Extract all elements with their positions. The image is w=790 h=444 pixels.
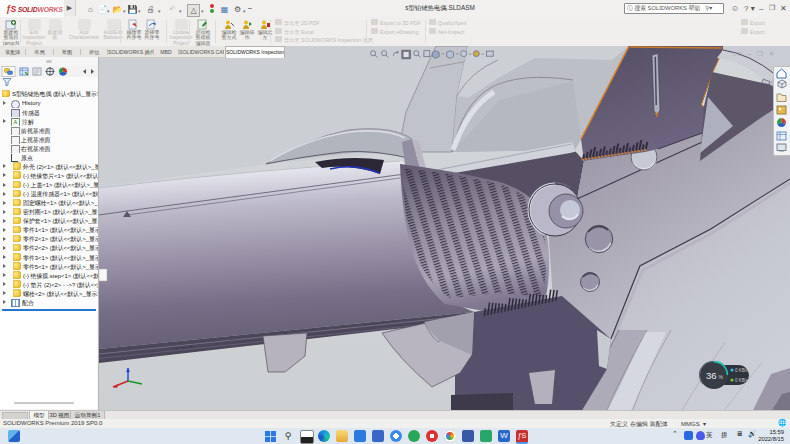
svg-text:0 KB/s: 0 KB/s (735, 378, 749, 383)
svg-text:0 KB/s: 0 KB/s (735, 368, 749, 373)
svg-text:%: % (719, 374, 724, 380)
svg-text:36: 36 (706, 370, 717, 381)
